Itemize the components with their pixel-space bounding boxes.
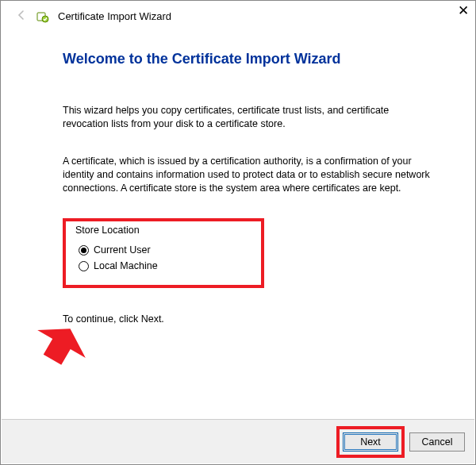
store-location-group: Store Location Current User Local Machin… [63,218,264,288]
cancel-button[interactable]: Cancel [409,432,465,452]
wizard-footer: Next Cancel [2,419,474,463]
radio-label: Current User [94,244,151,256]
continue-hint: To continue, click Next. [63,313,443,325]
window-title: Certificate Import Wizard [58,10,171,22]
wizard-header: Certificate Import Wizard [1,1,475,30]
intro-paragraph-2: A certificate, which is issued by a cert… [63,155,436,195]
store-location-legend: Store Location [75,225,251,236]
certificate-wizard-icon [36,10,50,24]
wizard-body: Welcome to the Certificate Import Wizard… [1,30,475,332]
radio-icon [79,245,89,256]
radio-icon [79,261,89,271]
close-button[interactable]: ✕ [458,4,469,17]
radio-local-machine[interactable]: Local Machine [75,258,251,274]
radio-current-user[interactable]: Current User [75,242,251,258]
radio-label: Local Machine [94,260,158,271]
page-heading: Welcome to the Certificate Import Wizard [63,51,443,67]
intro-paragraph-1: This wizard helps you copy certificates,… [63,104,436,131]
back-arrow-icon [15,9,28,24]
next-button[interactable]: Next [343,432,398,452]
annotation-highlight-next: Next [336,426,405,458]
